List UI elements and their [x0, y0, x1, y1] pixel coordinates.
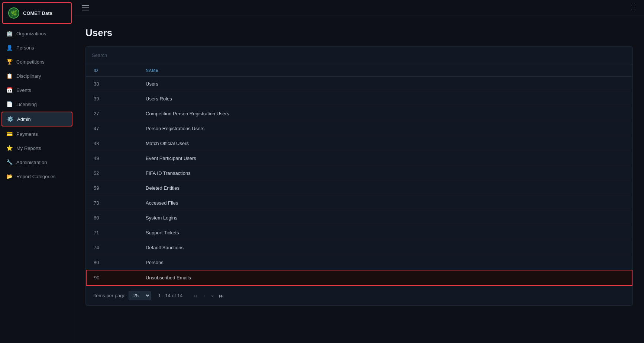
pagination: Items per page 2550100 1 - 14 of 14 ⏮ ‹ … [86, 286, 632, 305]
table-row[interactable]: 74 Default Sanctions [86, 240, 632, 255]
sidebar-header[interactable]: 🌿 COMET Data [2, 2, 72, 24]
sidebar-item-organizations[interactable]: 🏢 Organizations [1, 27, 72, 40]
app-logo: 🌿 [8, 7, 19, 19]
admin-icon: ⚙️ [7, 116, 13, 122]
table-row[interactable]: 90 Unsubscribed Emails [86, 270, 632, 285]
row-name: Persons [138, 255, 632, 270]
administration-icon: 🔧 [6, 159, 13, 166]
page-content: Users ID Name 38 Users 39 Users Roles [74, 16, 644, 343]
persons-icon: 👤 [6, 44, 13, 51]
sidebar-item-label-administration: Administration [16, 160, 47, 165]
last-page-button[interactable]: ⏭ [217, 292, 226, 300]
row-name: Default Sanctions [138, 240, 632, 255]
sidebar-item-label-events: Events [16, 87, 31, 93]
sidebar-item-label-licensing: Licensing [16, 102, 37, 107]
sidebar-item-label-persons: Persons [16, 45, 34, 51]
organizations-icon: 🏢 [6, 30, 13, 37]
next-page-button[interactable]: › [209, 292, 215, 300]
sidebar-item-label-disciplinary: Disciplinary [16, 73, 41, 79]
first-page-button[interactable]: ⏮ [190, 292, 200, 300]
payments-icon: 💳 [6, 131, 13, 137]
sidebar-item-label-report-categories: Report Categories [16, 174, 56, 179]
row-id: 47 [86, 121, 138, 136]
fullscreen-button[interactable]: ⛶ [631, 4, 637, 11]
row-id: 38 [86, 77, 138, 92]
search-bar [86, 47, 632, 64]
page-info: 1 - 14 of 14 [158, 293, 183, 298]
sidebar-item-payments[interactable]: 💳 Payments [1, 127, 72, 141]
sidebar-item-my-reports[interactable]: ⭐ My Reports [1, 141, 72, 155]
row-name: Match Official Users [138, 136, 632, 151]
app-title: COMET Data [23, 10, 52, 16]
sidebar-item-admin[interactable]: ⚙️ Admin [1, 112, 72, 126]
row-id: 74 [86, 240, 138, 255]
row-id: 49 [86, 151, 138, 166]
topbar: ⛶ [74, 0, 644, 16]
row-id: 52 [86, 166, 138, 181]
table-header: ID Name [86, 64, 632, 77]
sidebar-item-administration[interactable]: 🔧 Administration [1, 156, 72, 169]
table-row[interactable]: 38 Users [86, 77, 632, 92]
table-row[interactable]: 27 Competition Person Registration Users [86, 106, 632, 121]
row-name: Accessed Files [138, 196, 632, 211]
main-area: ⛶ Users ID Name 38 Users 39 [74, 0, 644, 343]
sidebar-item-label-admin: Admin [17, 116, 31, 122]
row-name: Users Roles [138, 92, 632, 106]
table-row[interactable]: 71 Support Tickets [86, 225, 632, 240]
row-id: 90 [86, 270, 138, 285]
table-row[interactable]: 48 Match Official Users [86, 136, 632, 151]
table-row[interactable]: 80 Persons [86, 255, 632, 270]
sidebar-item-competitions[interactable]: 🏆 Competitions [1, 55, 72, 68]
per-page-select[interactable]: 2550100 [129, 291, 151, 300]
competitions-icon: 🏆 [6, 58, 13, 65]
users-table: ID Name 38 Users 39 Users Roles 27 Compe… [86, 64, 632, 286]
disciplinary-icon: 📋 [6, 73, 13, 79]
table-row[interactable]: 39 Users Roles [86, 92, 632, 106]
row-name: Person Registrations Users [138, 121, 632, 136]
row-name: FIFA ID Transactions [138, 166, 632, 181]
table-row[interactable]: 73 Accessed Files [86, 196, 632, 211]
row-id: 48 [86, 136, 138, 151]
items-per-page: Items per page 2550100 [93, 291, 151, 300]
search-input[interactable] [92, 51, 627, 60]
row-id: 73 [86, 196, 138, 211]
row-name: Deleted Entities [138, 181, 632, 196]
table-row[interactable]: 59 Deleted Entities [86, 181, 632, 196]
page-title: Users [85, 27, 633, 39]
row-id: 80 [86, 255, 138, 270]
prev-page-button[interactable]: ‹ [201, 292, 208, 300]
table-row[interactable]: 60 System Logins [86, 211, 632, 225]
licensing-icon: 📄 [6, 101, 13, 108]
sidebar-item-licensing[interactable]: 📄 Licensing [1, 97, 72, 111]
row-id: 71 [86, 225, 138, 240]
sidebar-item-report-categories[interactable]: 📂 Report Categories [1, 170, 72, 183]
row-name: System Logins [138, 211, 632, 225]
sidebar-item-label-payments: Payments [16, 131, 38, 137]
row-name: Users [138, 77, 632, 92]
sidebar-item-events[interactable]: 📅 Events [1, 83, 72, 97]
row-id: 60 [86, 211, 138, 225]
row-name: Competition Person Registration Users [138, 106, 632, 121]
sidebar-item-label-my-reports: My Reports [16, 145, 41, 151]
row-id: 59 [86, 181, 138, 196]
menu-toggle-button[interactable] [82, 5, 89, 10]
col-name: Name [138, 64, 632, 77]
table-row[interactable]: 49 Event Participant Users [86, 151, 632, 166]
items-per-page-label: Items per page [93, 293, 126, 298]
table-body: 38 Users 39 Users Roles 27 Competition P… [86, 77, 632, 286]
sidebar-item-label-competitions: Competitions [16, 59, 45, 65]
row-name: Support Tickets [138, 225, 632, 240]
row-id: 39 [86, 92, 138, 106]
sidebar-item-persons[interactable]: 👤 Persons [1, 41, 72, 54]
sidebar-item-label-organizations: Organizations [16, 31, 46, 36]
col-id: ID [86, 64, 138, 77]
my-reports-icon: ⭐ [6, 145, 13, 151]
table-row[interactable]: 47 Person Registrations Users [86, 121, 632, 136]
sidebar-item-disciplinary[interactable]: 📋 Disciplinary [1, 69, 72, 83]
sidebar-nav: 🏢 Organizations 👤 Persons 🏆 Competitions… [0, 27, 74, 183]
row-name: Event Participant Users [138, 151, 632, 166]
report-categories-icon: 📂 [6, 173, 13, 180]
users-table-container: ID Name 38 Users 39 Users Roles 27 Compe… [85, 46, 633, 306]
table-row[interactable]: 52 FIFA ID Transactions [86, 166, 632, 181]
row-name: Unsubscribed Emails [138, 270, 632, 285]
